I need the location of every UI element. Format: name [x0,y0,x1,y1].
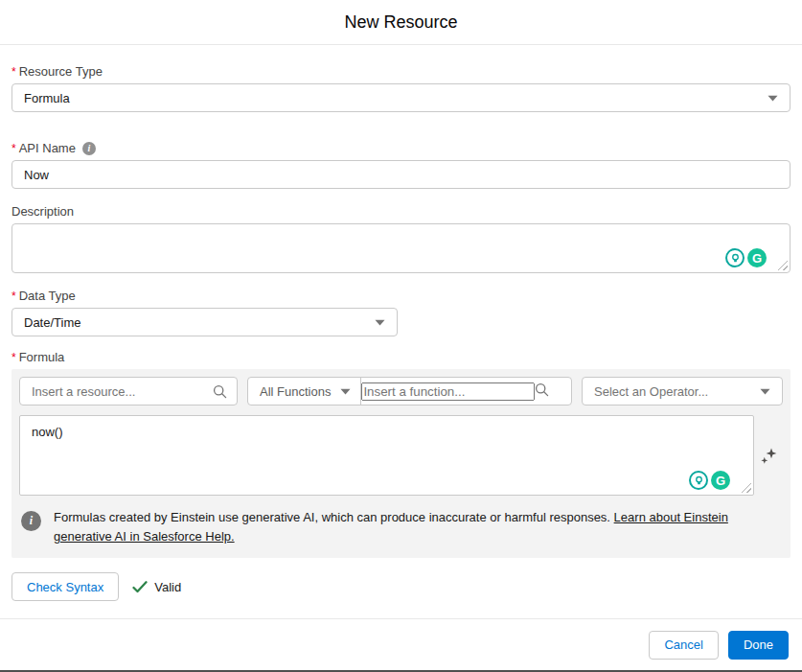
resource-type-value: Formula [24,91,70,105]
resource-type-label: * Resource Type [11,64,791,79]
modal-header: New Resource [0,0,802,45]
operator-select[interactable]: Select an Operator... [582,377,783,406]
function-category-select[interactable]: All Functions [248,378,361,405]
data-type-label: * Data Type [11,289,791,303]
disclaimer-text: Formulas created by Einstein use generat… [54,508,730,546]
function-search-box [361,378,571,405]
info-icon[interactable]: i [82,142,96,155]
api-name-label: * API Name i [11,141,791,155]
formula-toolbar: All Functions Sel [19,377,783,406]
operator-value: Select an Operator... [594,384,708,399]
required-asterisk: * [11,290,16,303]
description-textarea[interactable] [12,224,790,272]
required-asterisk: * [11,351,16,364]
grammarly-widget: G [689,471,730,490]
function-category-value: All Functions [260,384,331,399]
done-button[interactable]: Done [728,631,789,660]
einstein-disclaimer: i Formulas created by Einstein use gener… [19,505,783,552]
sparkle-icon [760,447,778,465]
search-icon [535,382,549,401]
search-icon [213,384,227,399]
check-syntax-button[interactable]: Check Syntax [11,572,119,601]
resource-type-label-text: Resource Type [19,64,103,79]
einstein-sparkle-button[interactable] [754,415,783,496]
modal-title: New Resource [344,12,457,33]
api-name-label-text: API Name [19,141,76,155]
grammarly-icon[interactable]: G [747,248,767,267]
data-type-field: * Data Type Date/Time [11,289,791,336]
description-textarea-wrap: G [11,223,791,273]
description-field: Description G [11,204,791,273]
chevron-down-icon [768,95,778,102]
new-resource-dialog: New Resource * Resource Type Formula * A… [0,0,802,672]
chevron-down-icon [760,388,770,395]
api-name-input[interactable] [11,160,791,189]
formula-field: * Formula All Functions [11,350,791,558]
grammarly-tone-icon[interactable] [725,248,745,267]
formula-label: * Formula [11,350,791,364]
description-label: Description [11,204,791,219]
required-asterisk: * [11,65,16,79]
api-name-field: * API Name i [11,141,791,189]
modal-body: * Resource Type Formula * API Name i Des… [0,45,802,618]
chevron-down-icon [375,319,385,326]
data-type-label-text: Data Type [19,289,76,303]
resource-search-input[interactable] [20,384,213,399]
required-asterisk: * [11,142,16,155]
check-icon [132,581,148,593]
grammarly-widget: G [725,248,767,267]
formula-textarea[interactable]: now() [20,416,753,495]
grammarly-icon[interactable]: G [711,471,730,490]
disclaimer-body: Formulas created by Einstein use generat… [54,510,610,524]
formula-builder: All Functions Sel [11,369,791,558]
resource-search-box [19,377,238,406]
syntax-row: Check Syntax Valid [11,572,791,601]
grammarly-tone-icon[interactable] [689,471,708,490]
data-type-select[interactable]: Date/Time [11,308,398,336]
formula-textarea-wrap: now() G [19,415,754,496]
data-type-value: Date/Time [24,315,80,330]
resource-type-field: * Resource Type Formula [11,64,791,112]
formula-editor-row: now() G [19,415,783,496]
valid-label: Valid [154,580,181,594]
formula-label-text: Formula [19,350,65,364]
chevron-down-icon [340,388,351,395]
syntax-status: Valid [132,580,181,594]
description-label-text: Description [11,204,74,219]
function-picker-group: All Functions [247,377,572,406]
info-icon: i [21,511,41,531]
cancel-button[interactable]: Cancel [649,631,718,660]
function-search-input[interactable] [361,382,535,401]
resource-type-select[interactable]: Formula [11,83,791,112]
modal-footer: Cancel Done [0,618,802,670]
